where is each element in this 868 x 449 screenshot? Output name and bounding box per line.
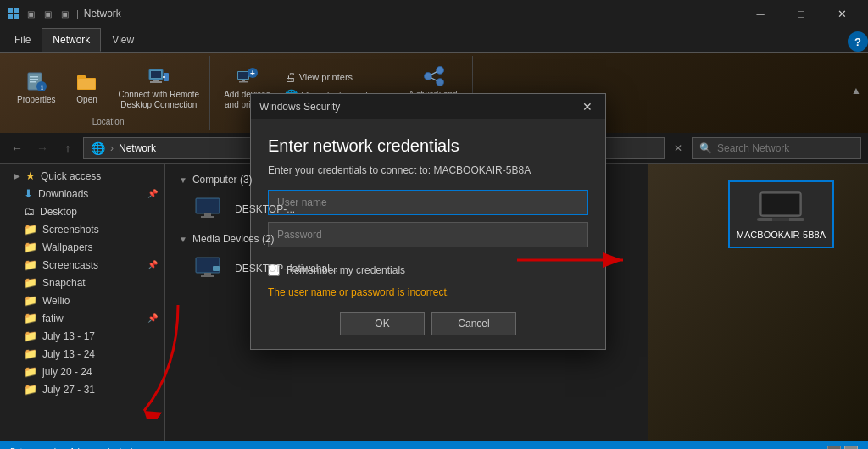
connect-label: Connect with RemoteDesktop Connection — [119, 90, 200, 110]
svg-rect-21 — [242, 80, 245, 81]
svg-rect-14 — [151, 71, 161, 78]
properties-icon: ℹ — [23, 68, 50, 95]
connect-icon — [145, 63, 172, 90]
ribbon-collapse-button[interactable]: ▲ — [851, 85, 861, 97]
tab-network[interactable]: Network — [42, 28, 101, 52]
svg-rect-36 — [204, 273, 211, 275]
dialog-close-button[interactable]: ✕ — [578, 97, 597, 116]
title-dot-1: ▣ — [25, 8, 36, 19]
quick-access-star-icon: ★ — [25, 169, 36, 182]
quick-access-label: Quick access — [41, 170, 101, 182]
view-icon-1[interactable] — [827, 446, 841, 449]
svg-rect-0 — [8, 8, 13, 13]
search-input[interactable] — [717, 142, 854, 154]
media-device-name-line1: DESKTOP- fatiwahal... — [235, 263, 338, 274]
screencasts-icon: 📁 — [24, 258, 37, 271]
title-bar: ▣ ▣ ▣ | Network ─ □ ✕ — [0, 0, 868, 27]
media-device-item[interactable]: DESKTOP- fatiwahal... — [172, 248, 861, 289]
tab-file[interactable]: File — [3, 28, 42, 52]
svg-rect-1 — [14, 8, 19, 13]
svg-rect-33 — [201, 216, 214, 218]
address-icon: 🌐 — [91, 141, 105, 155]
sidebar-item-fatiw[interactable]: 📁 fatiw 📌 — [0, 309, 164, 327]
printer-icon: 🖨 — [284, 70, 296, 84]
svg-rect-42 — [772, 218, 789, 221]
july13-17-label: July 13 - 17 — [42, 330, 95, 342]
svg-rect-31 — [197, 199, 219, 213]
macbook-item[interactable]: MACBOOKAIR-5B8A — [728, 180, 834, 248]
address-clear-button[interactable]: ✕ — [670, 140, 687, 157]
sidebar-item-snapchat[interactable]: 📁 Snapchat — [0, 274, 164, 291]
media-section-arrow: ▼ — [179, 235, 187, 244]
desktop-icon: 🗂 — [24, 205, 35, 218]
downloads-label: Downloads — [38, 188, 88, 200]
snapchat-icon: 📁 — [24, 276, 37, 289]
svg-rect-6 — [30, 79, 38, 80]
macbook-icon — [757, 189, 804, 226]
desktop-label: Desktop — [40, 206, 77, 218]
media-device-name: DESKTOP- fatiwahal... — [235, 263, 338, 274]
sidebar-item-july13-24[interactable]: 📁 July 13 - 24 — [0, 345, 164, 363]
wallpapers-icon: 📁 — [24, 241, 37, 253]
svg-rect-22 — [239, 81, 248, 83]
view-icon-2[interactable] — [844, 446, 858, 449]
screenshots-label: Screenshots — [42, 224, 99, 236]
title-dot-3: ▣ — [59, 8, 70, 19]
back-button[interactable]: ← — [7, 138, 27, 158]
computer-section-label: Computer (3) — [192, 174, 253, 186]
sidebar-item-quick-access[interactable]: ▶ ★ Quick access — [0, 167, 164, 185]
forward-button[interactable]: → — [32, 138, 53, 158]
dialog-header: Enter network credentials — [268, 136, 588, 156]
up-button[interactable]: ↑ — [58, 138, 78, 158]
desktop-device-icon — [192, 194, 226, 224]
screenshots-icon: 📁 — [24, 223, 37, 236]
sidebar-item-july13-17[interactable]: 📁 July 13 - 17 — [0, 327, 164, 345]
desktop-device-name: DESKTOP-... — [235, 203, 295, 215]
ribbon-group-location: ℹ Properties Open — [7, 56, 210, 130]
downloads-icon: ⬇ — [24, 187, 33, 200]
fatiw-icon: 📁 — [24, 312, 37, 324]
dialog-title-text: Windows Security — [259, 101, 340, 113]
address-text: Network — [119, 142, 156, 154]
svg-point-27 — [436, 79, 443, 86]
svg-rect-16 — [150, 81, 162, 83]
sidebar-item-wellio[interactable]: 📁 Wellio — [0, 291, 164, 309]
snapchat-label: Snapchat — [42, 277, 86, 289]
sidebar-item-downloads[interactable]: ⬇ Downloads 📌 — [0, 185, 164, 202]
maximize-button[interactable]: □ — [782, 0, 821, 27]
view-printers-label: View printers — [299, 72, 353, 82]
sidebar-item-july27-31[interactable]: 📁 July 27 - 31 — [0, 380, 164, 398]
sidebar-item-wallpapers[interactable]: 📁 Wallpapers — [0, 238, 164, 256]
open-label: Open — [76, 95, 97, 105]
ribbon-open-button[interactable]: Open — [66, 64, 108, 108]
ribbon-tabs: File Network View ? — [0, 27, 868, 53]
ribbon-connect-button[interactable]: Connect with RemoteDesktop Connection — [115, 59, 203, 114]
sidebar: ▶ ★ Quick access ⬇ Downloads 📌 🗂 Desktop… — [0, 164, 165, 441]
quick-access-arrow: ▶ — [14, 171, 20, 180]
svg-point-25 — [424, 73, 431, 80]
content-area: ▼ Computer (3) DESKTOP-... — [165, 164, 868, 441]
ribbon-viewprinters-button[interactable]: 🖨 View printers — [281, 69, 395, 86]
add-devices-icon: + — [233, 63, 260, 90]
close-button[interactable]: ✕ — [822, 0, 861, 27]
address-separator: › — [110, 142, 114, 154]
svg-rect-3 — [14, 14, 19, 19]
sidebar-item-screencasts[interactable]: 📁 Screencasts 📌 — [0, 256, 164, 274]
properties-label: Properties — [17, 95, 56, 105]
minimize-button[interactable]: ─ — [741, 0, 780, 27]
media-section-label: Media Devices (2) — [192, 233, 275, 245]
sidebar-item-screenshots[interactable]: 📁 Screenshots — [0, 220, 164, 238]
tab-view[interactable]: View — [101, 28, 145, 52]
july20-24-icon: 📁 — [24, 365, 37, 378]
july13-17-icon: 📁 — [24, 330, 37, 342]
window-icon — [7, 7, 20, 20]
july20-24-label: july 20 - 24 — [42, 366, 92, 378]
sidebar-item-july20-24[interactable]: 📁 july 20 - 24 — [0, 363, 164, 380]
sidebar-item-desktop[interactable]: 🗂 Desktop — [0, 202, 164, 220]
media-device-icon — [192, 253, 226, 284]
dialog-title-bar: Windows Security ✕ — [251, 94, 605, 119]
ribbon-properties-button[interactable]: ℹ Properties — [14, 64, 59, 108]
help-button[interactable]: ? — [848, 31, 868, 52]
svg-rect-12 — [78, 79, 95, 89]
svg-rect-32 — [204, 213, 211, 216]
